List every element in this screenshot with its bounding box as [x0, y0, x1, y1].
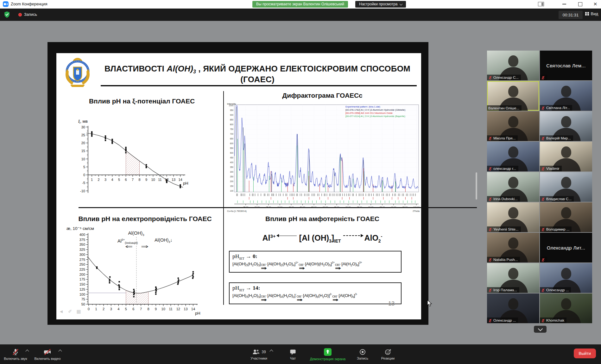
svg-text:150: 150 [79, 282, 85, 286]
mic-options-chevron[interactable] [25, 349, 29, 353]
share-screen-label: Демонстрация экрана [310, 357, 345, 361]
participant-silhouette [508, 298, 518, 310]
presenter-control-icon[interactable]: ◄ [59, 309, 64, 314]
start-video-button[interactable]: Включить видео [32, 346, 63, 363]
svg-text:75.00: 75.00 [357, 206, 362, 208]
svg-text:200: 200 [230, 180, 233, 182]
svg-text:ξ, мв: ξ, мв [78, 119, 88, 124]
svg-text:5: 5 [83, 165, 85, 169]
presenter-control-icon[interactable]: ✐ [68, 309, 72, 314]
participant-tile[interactable]: Khomichak [540, 293, 592, 323]
participant-name: Валентин Оліше... [488, 106, 519, 110]
participant-tile[interactable]: Олександр ... [540, 263, 592, 293]
svg-text:13: 13 [172, 178, 175, 182]
svg-text:85.00: 85.00 [380, 206, 385, 208]
leave-button[interactable]: Выйти [574, 349, 596, 358]
participant-name-chip: Irina Dubovki... [487, 196, 520, 202]
share-screen-button[interactable]: Демонстрация экрана [306, 346, 350, 363]
equation-line-ph14: [Al(OH)3(H2O)3]OH⁻⇒[Al(OH)4(H2O)2]-OH⁻⇒[… [232, 293, 398, 301]
participant-silhouette [561, 116, 571, 127]
scroll-down-button[interactable] [534, 326, 547, 333]
participant-tile[interactable]: олександр г... [487, 142, 539, 171]
participants-button[interactable]: 39 Участники [244, 346, 274, 363]
participant-tile[interactable]: Ігор Палама... [487, 263, 539, 293]
participants-icon [252, 349, 260, 355]
participant-name: Irina Dubovki... [493, 197, 518, 201]
presenter-control-icon[interactable]: ▦ [76, 309, 81, 314]
reactions-smiley-icon [384, 349, 392, 355]
participant-tile[interactable]: Валерій Мир... [540, 111, 592, 141]
participant-name-chip: Олександр ... [487, 318, 518, 323]
participant-tile[interactable]: Yevhenii Shte... [487, 202, 539, 232]
participant-tile[interactable]: Nataliia Push... [487, 233, 539, 262]
layout-mode-button[interactable] [535, 0, 547, 8]
svg-text:3: 3 [110, 307, 112, 311]
university-emblem-logo [61, 56, 94, 88]
slide-page-number: 13 [388, 300, 395, 307]
svg-text:9: 9 [145, 178, 147, 182]
participant-tile[interactable]: Олександр С... [487, 51, 539, 80]
participant-name-chip [540, 75, 547, 80]
reactions-button[interactable]: Реакции [375, 346, 401, 363]
participant-name: Мікола Пря... [493, 136, 516, 140]
close-button[interactable]: ✕ [589, 0, 601, 8]
svg-text:350: 350 [230, 166, 233, 168]
video-options-chevron[interactable] [58, 349, 62, 353]
mic-muted-icon [12, 348, 19, 356]
panel-divider-handle[interactable] [476, 172, 477, 200]
unmute-label: Включить звук [4, 357, 27, 361]
view-settings-dropdown[interactable]: Настройки просмотра [355, 1, 406, 8]
svg-text:50: 50 [81, 302, 85, 306]
chat-button[interactable]: Чат [283, 346, 302, 363]
participant-tile[interactable]: Святослав Лем... [540, 51, 592, 80]
svg-text:300: 300 [230, 171, 233, 173]
maximize-button[interactable] [574, 0, 586, 8]
view-button[interactable]: Вид [585, 11, 598, 16]
participants-label: Участники [250, 356, 267, 360]
participant-tile[interactable]: Валентин Оліше... [487, 81, 539, 111]
slide-title: ВЛАСТИВОСТІ Al(OH)3 , ЯКИЙ ОДЕРЖАНО ЕЛЕК… [98, 64, 417, 84]
equation-line-ph0: [Al(OH)3(H2O)3]OH⁻⇒[Al(OH)2(H2O)4]1+OH⁻⇒… [232, 261, 398, 270]
svg-text:8: 8 [147, 307, 149, 311]
participant-silhouette [561, 207, 571, 219]
participants-options-chevron[interactable] [269, 349, 273, 353]
svg-text:14: 14 [178, 178, 182, 182]
participant-tile[interactable]: Irina Dubovki... [487, 172, 539, 202]
participant-name-chip: Валентин Оліше... [487, 105, 522, 111]
participant-name: Олександр ... [493, 318, 516, 322]
minimize-button[interactable] [558, 0, 571, 8]
record-button[interactable]: Запись [353, 346, 372, 363]
participant-tile[interactable]: Олександр ... [487, 293, 539, 323]
svg-text:250: 250 [230, 176, 233, 178]
svg-text:275: 275 [79, 258, 85, 262]
participant-name-chip: Ігор Палама... [487, 287, 519, 293]
participant-name-chip: Олександр ... [540, 287, 571, 293]
participant-tile[interactable]: Володимир ... [540, 202, 592, 232]
participant-name: Святослав Лем... [540, 51, 592, 80]
muted-mic-icon [488, 288, 492, 292]
svg-text:5: 5 [118, 178, 120, 182]
participant-tile[interactable]: Мікола Пря... [487, 111, 539, 141]
svg-text:100: 100 [230, 190, 233, 192]
participant-tile[interactable]: Владислав С... [540, 172, 592, 202]
svg-text:12: 12 [176, 307, 180, 311]
chevron-down-icon [399, 2, 402, 5]
participant-name-chip: Володимир ... [540, 226, 572, 232]
participant-tile[interactable]: Олександр Лит... [540, 233, 592, 262]
svg-text:2: 2 [98, 178, 99, 182]
participant-silhouette [508, 55, 518, 67]
security-shield-icon[interactable] [4, 11, 10, 18]
svg-text:14: 14 [191, 307, 195, 311]
svg-text:375: 375 [79, 238, 85, 242]
participant-tile[interactable]: Vladimir [540, 142, 592, 171]
svg-text:11: 11 [158, 178, 161, 182]
svg-text:450: 450 [230, 157, 233, 159]
presenter-ghost-controls[interactable]: ◄✐▦ [59, 309, 81, 314]
start-video-label: Включить видео [34, 357, 60, 361]
zoom-app-icon [3, 1, 9, 7]
svg-text:æ, 10⁻⁵ см/см: æ, 10⁻⁵ см/см [66, 226, 94, 231]
unmute-button[interactable]: Включить звук [2, 346, 29, 363]
participant-tile[interactable]: Світлана Літ... [540, 81, 592, 111]
svg-text:550: 550 [230, 147, 233, 149]
participant-name: Олександр Лит... [540, 233, 592, 262]
